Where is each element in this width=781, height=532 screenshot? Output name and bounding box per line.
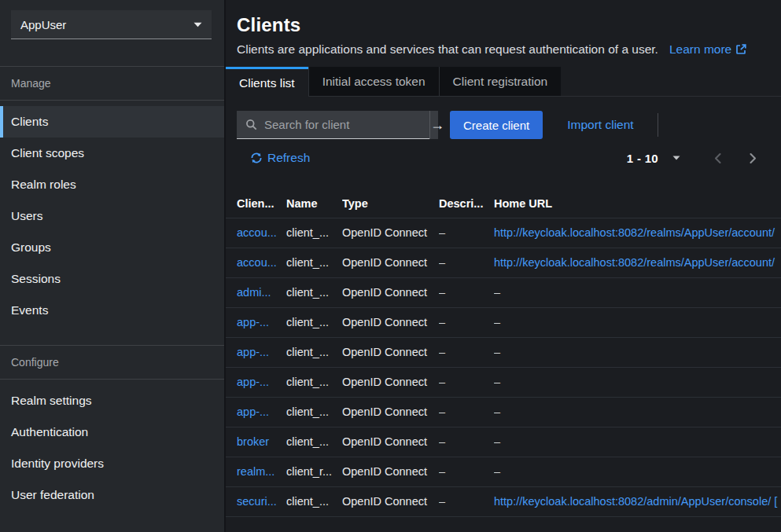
cell-description: – (439, 337, 494, 367)
tab-clients-list[interactable]: Clients list (226, 67, 308, 97)
nav-list: ClientsClient scopesRealm rolesUsersGrou… (0, 101, 224, 326)
column-header-type[interactable]: Type (342, 189, 439, 218)
sidebar-item-clients[interactable]: Clients (0, 106, 224, 138)
sidebar-item-user-federation[interactable]: User federation (0, 479, 224, 511)
cell-description: – (439, 307, 494, 337)
cell-client-id[interactable]: accou... (226, 248, 286, 277)
sidebar-item-identity-providers[interactable]: Identity providers (0, 448, 224, 479)
sidebar: AppUser ManageClientsClient scopesRealm … (0, 0, 226, 532)
cell-type: OpenID Connect (342, 457, 439, 486)
sidebar-item-events[interactable]: Events (0, 295, 224, 326)
external-link-icon (735, 44, 746, 55)
page-description: Clients are applications and services th… (237, 42, 770, 57)
table-row: app-...client_...OpenID Connect–– (226, 307, 781, 337)
table-row: realm...client_r...OpenID Connect–– (226, 457, 781, 486)
table-row: app-...client_...OpenID Connect–– (226, 367, 781, 397)
nav-section-label-configure: Configure (0, 345, 224, 380)
table-row: admi...client_...OpenID Connect–– (226, 277, 781, 307)
cell-description: – (439, 218, 494, 248)
refresh-row: Refresh 1 - 10 (251, 147, 757, 169)
cell-client-id[interactable]: app-... (226, 337, 286, 367)
pagination-caret-down-icon[interactable] (672, 156, 680, 160)
column-header-name[interactable]: Name (286, 189, 342, 218)
column-header-home-url[interactable]: Home URL (494, 189, 781, 218)
cell-type: OpenID Connect (342, 248, 439, 277)
cell-description: – (439, 427, 494, 457)
cell-name: client_... (286, 486, 342, 516)
nav-section-label-manage: Manage (0, 66, 224, 101)
column-header-description[interactable]: Descri... (439, 189, 494, 218)
cell-name: client_... (286, 427, 342, 457)
table-row: accou...client_...OpenID Connect–http://… (226, 248, 781, 277)
sidebar-nav: ManageClientsClient scopesRealm rolesUse… (0, 39, 224, 511)
cell-description: – (439, 277, 494, 307)
tab-bar-filler (561, 67, 781, 97)
page-description-text: Clients are applications and services th… (237, 42, 658, 57)
tab-client-registration[interactable]: Client registration (439, 67, 562, 97)
pagination-range: 1 - 10 (627, 152, 658, 165)
tab-initial-access-token[interactable]: Initial access token (308, 67, 439, 97)
cell-client-id[interactable]: broker (226, 427, 286, 457)
sidebar-item-realm-settings[interactable]: Realm settings (0, 385, 224, 416)
realm-selector[interactable]: AppUser (11, 10, 212, 39)
cell-name: client_... (286, 248, 342, 277)
create-client-button[interactable]: Create client (450, 111, 543, 139)
cell-description: – (439, 397, 494, 427)
cell-name: client_... (286, 218, 342, 248)
cell-home-url: – (494, 367, 781, 397)
sidebar-item-users[interactable]: Users (0, 200, 224, 232)
column-header-client-id[interactable]: Clien... (226, 189, 286, 218)
cell-home-url[interactable]: http://keycloak.localhost:8082/realms/Ap… (494, 248, 781, 277)
cell-type: OpenID Connect (342, 337, 439, 367)
table-header-row: Clien... Name Type Descri... Home URL (226, 189, 781, 218)
cell-name: client_... (286, 397, 342, 427)
table-row: accou...client_...OpenID Connect–http://… (226, 218, 781, 248)
cell-home-url: – (494, 457, 781, 486)
cell-type: OpenID Connect (342, 367, 439, 397)
toolbar-divider (658, 113, 658, 137)
cell-home-url[interactable]: http://keycloak.localhost:8082/admin/App… (494, 486, 781, 516)
pagination-next-icon[interactable] (749, 152, 757, 164)
sidebar-item-realm-roles[interactable]: Realm roles (0, 169, 224, 200)
page-title: Clients (237, 14, 770, 36)
table-row: app-...client_...OpenID Connect–– (226, 337, 781, 367)
import-client-link[interactable]: Import client (567, 118, 633, 132)
sidebar-item-authentication[interactable]: Authentication (0, 416, 224, 448)
cell-name: client_... (286, 337, 342, 367)
cell-type: OpenID Connect (342, 218, 439, 248)
clients-table: Clien... Name Type Descri... Home URL ac… (226, 189, 781, 517)
cell-client-id[interactable]: app-... (226, 397, 286, 427)
cell-client-id[interactable]: accou... (226, 218, 286, 248)
table-row: securi...client_...OpenID Connect–http:/… (226, 486, 781, 516)
cell-name: client_... (286, 277, 342, 307)
cell-home-url[interactable]: http://keycloak.localhost:8082/realms/Ap… (494, 218, 781, 248)
refresh-label: Refresh (267, 151, 310, 165)
cell-description: – (439, 248, 494, 277)
cell-client-id[interactable]: app-... (226, 307, 286, 337)
cell-client-id[interactable]: app-... (226, 367, 286, 397)
cell-client-id[interactable]: securi... (226, 486, 286, 516)
cell-home-url: – (494, 277, 781, 307)
cell-description: – (439, 486, 494, 516)
cell-description: – (439, 457, 494, 486)
main-content: Clients Clients are applications and ser… (226, 0, 781, 532)
search-submit-button[interactable]: → (429, 111, 444, 139)
cell-name: client_... (286, 307, 342, 337)
cell-client-id[interactable]: admi... (226, 277, 286, 307)
sidebar-item-groups[interactable]: Groups (0, 232, 224, 263)
refresh-button[interactable]: Refresh (251, 151, 310, 165)
cell-name: client_... (286, 367, 342, 397)
sidebar-item-sessions[interactable]: Sessions (0, 263, 224, 295)
table-row: brokerclient_...OpenID Connect–– (226, 427, 781, 457)
nav-list: Realm settingsAuthenticationIdentity pro… (0, 380, 224, 511)
pagination: 1 - 10 (627, 152, 757, 165)
page-header: Clients Clients are applications and ser… (226, 0, 781, 57)
cell-description: – (439, 367, 494, 397)
search-input[interactable] (264, 118, 421, 131)
learn-more-link[interactable]: Learn more (669, 42, 746, 57)
pagination-prev-icon[interactable] (713, 152, 722, 164)
refresh-icon (251, 152, 262, 163)
cell-home-url: – (494, 307, 781, 337)
sidebar-item-client-scopes[interactable]: Client scopes (0, 138, 224, 169)
cell-client-id[interactable]: realm... (226, 457, 286, 486)
